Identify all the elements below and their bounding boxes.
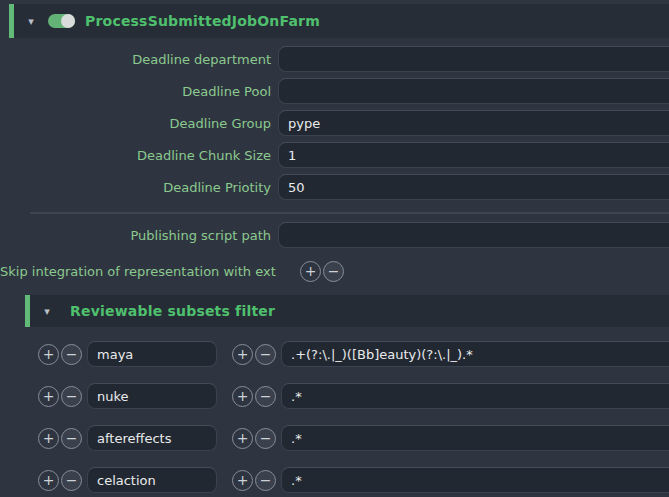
deadline-group-input[interactable] — [278, 110, 669, 136]
filter-key-input[interactable] — [87, 467, 217, 493]
remove-pattern-button[interactable]: − — [255, 428, 276, 449]
add-row-button[interactable]: + — [38, 470, 59, 491]
add-pattern-button[interactable]: + — [232, 470, 253, 491]
settings-page: ▾ ProcessSubmittedJobOnFarm Deadline dep… — [0, 0, 669, 497]
plugin-header[interactable]: ▾ ProcessSubmittedJobOnFarm — [9, 4, 669, 38]
skip-integration-row: Skip integration of representation with … — [0, 259, 669, 283]
plugin-enabled-toggle[interactable] — [48, 14, 75, 28]
add-pattern-button[interactable]: + — [232, 386, 253, 407]
filter-pattern-input[interactable] — [281, 383, 669, 409]
publishing-script-path-input[interactable] — [278, 222, 669, 248]
toggle-knob — [61, 14, 75, 28]
field-label: Publishing script path — [0, 228, 278, 243]
form-row-deadline-department: Deadline department — [0, 46, 669, 72]
filter-row-nuke: + − + − — [0, 384, 669, 408]
remove-row-button[interactable]: − — [61, 344, 82, 365]
form-row-deadline-pool: Deadline Pool — [0, 78, 669, 104]
field-label: Deadline Priotity — [0, 180, 278, 195]
remove-item-button[interactable]: − — [323, 261, 344, 282]
pattern-group: + − — [232, 386, 276, 407]
add-pattern-button[interactable]: + — [232, 344, 253, 365]
remove-row-button[interactable]: − — [61, 428, 82, 449]
field-label: Deadline Pool — [0, 84, 278, 99]
filter-row-aftereffects: + − + − — [0, 426, 669, 450]
field-label: Skip integration of representation with … — [0, 264, 278, 279]
field-label: Deadline department — [0, 52, 278, 67]
remove-pattern-button[interactable]: − — [255, 470, 276, 491]
collapse-arrow-icon[interactable]: ▾ — [30, 306, 56, 317]
reviewable-filter-header[interactable]: ▾ Reviewable subsets filter — [25, 295, 669, 327]
remove-row-button[interactable]: − — [61, 386, 82, 407]
filter-pattern-input[interactable] — [281, 341, 669, 367]
deadline-department-input[interactable] — [278, 46, 669, 72]
add-row-button[interactable]: + — [38, 386, 59, 407]
filter-pattern-input[interactable] — [281, 425, 669, 451]
plugin-form: Deadline department Deadline Pool Deadli… — [0, 46, 669, 283]
field-label: Deadline Group — [0, 116, 278, 131]
remove-row-button[interactable]: − — [61, 470, 82, 491]
pattern-group: + − — [232, 344, 276, 365]
pattern-group: + − — [232, 428, 276, 449]
plugin-title: ProcessSubmittedJobOnFarm — [85, 13, 320, 29]
field-label: Deadline Chunk Size — [0, 148, 278, 163]
add-item-button[interactable]: + — [300, 261, 321, 282]
form-row-deadline-group: Deadline Group — [0, 110, 669, 136]
filter-row-celaction: + − + − — [0, 468, 669, 492]
remove-pattern-button[interactable]: − — [255, 386, 276, 407]
add-row-button[interactable]: + — [38, 344, 59, 365]
form-row-deadline-priority: Deadline Priotity — [0, 174, 669, 200]
filter-key-input[interactable] — [87, 341, 217, 367]
filter-key-input[interactable] — [87, 425, 217, 451]
add-row-button[interactable]: + — [38, 428, 59, 449]
deadline-chunk-size-input[interactable] — [278, 142, 669, 168]
section-title: Reviewable subsets filter — [70, 303, 275, 319]
form-row-deadline-chunk-size: Deadline Chunk Size — [0, 142, 669, 168]
collapse-arrow-icon[interactable]: ▾ — [14, 16, 40, 27]
divider — [30, 212, 669, 214]
form-row-publishing-script-path: Publishing script path — [0, 222, 669, 248]
pattern-group: + − — [232, 470, 276, 491]
filter-row-maya: + − + − — [0, 342, 669, 366]
filter-key-input[interactable] — [87, 383, 217, 409]
deadline-pool-input[interactable] — [278, 78, 669, 104]
deadline-priority-input[interactable] — [278, 174, 669, 200]
remove-pattern-button[interactable]: − — [255, 344, 276, 365]
filter-pattern-input[interactable] — [281, 467, 669, 493]
add-pattern-button[interactable]: + — [232, 428, 253, 449]
filter-rows: + − + − + − + − + − — [0, 342, 669, 492]
